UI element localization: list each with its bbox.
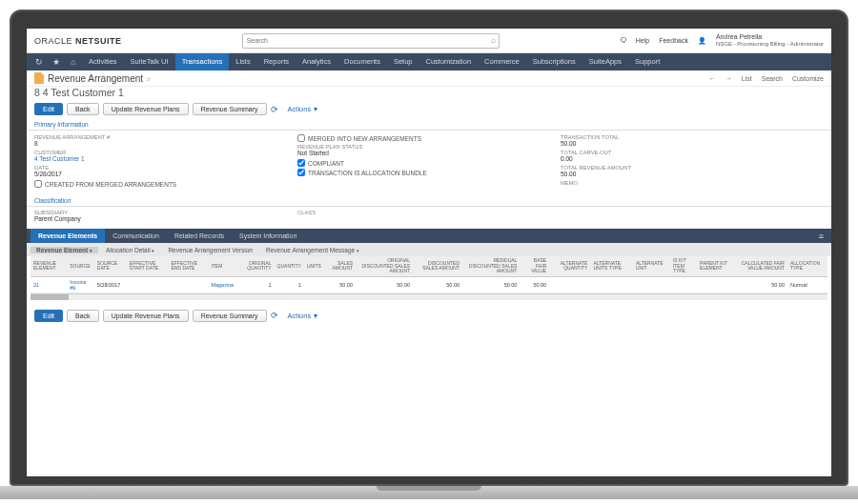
col-eff-end[interactable]: EFFECTIVE END DATE: [168, 256, 208, 276]
subtab-arrangement-version[interactable]: Revenue Arrangement Version: [162, 247, 258, 253]
col-calc-fv[interactable]: CALCULATED FAIR VALUE AMOUNT: [734, 256, 787, 276]
cell-base-fv: 50.00: [520, 276, 549, 292]
cell-calc-fv: 50.00: [734, 276, 787, 292]
edit-button[interactable]: Edit: [34, 103, 63, 115]
edit-button-bottom[interactable]: Edit: [34, 310, 63, 322]
col-parent-kit[interactable]: PARENT KIT ELEMENT: [697, 256, 734, 276]
col-sales[interactable]: SALES AMOUNT: [324, 256, 356, 276]
compliant-checkbox[interactable]: [297, 159, 305, 167]
refresh-icon-bottom[interactable]: ⟳: [271, 311, 278, 320]
subtab-revenue-element[interactable]: Revenue Element ▾: [31, 247, 98, 253]
list-link[interactable]: List: [742, 75, 752, 82]
global-search-input[interactable]: [242, 33, 500, 49]
favorites-icon[interactable]: ★: [48, 57, 65, 67]
col-base-fv[interactable]: BASE FAIR VALUE: [520, 256, 549, 276]
cell-alt-u: [633, 276, 670, 292]
nav-support[interactable]: Support: [628, 53, 666, 71]
col-alt-ut[interactable]: ALTERNATE UNITS TYPE: [590, 256, 633, 276]
scrollbar-thumb[interactable]: [31, 294, 69, 300]
update-plans-button-bottom[interactable]: Update Revenue Plans: [103, 310, 189, 322]
nav-analytics[interactable]: Analytics: [296, 53, 337, 71]
col-item[interactable]: ITEM: [208, 256, 236, 276]
tab-communication[interactable]: Communication: [105, 229, 167, 243]
merged-new-checkbox[interactable]: [297, 134, 305, 142]
user-menu[interactable]: Andrea Petrella NSGE - Provisioning Bill…: [716, 33, 824, 47]
nav-reports[interactable]: Reports: [257, 53, 296, 71]
col-alt-qty[interactable]: ALTERNATE QUANTITY: [549, 256, 590, 276]
cell-orig-qty: 1: [236, 276, 274, 292]
col-units[interactable]: UNITS: [304, 256, 324, 276]
col-source[interactable]: SOURCE: [67, 256, 94, 276]
customize-link[interactable]: Customize: [792, 75, 824, 82]
prev-record-icon[interactable]: ←: [709, 75, 716, 82]
main-nav: ↻ ★ ⌂ Activities SuiteTalk UI Transactio…: [27, 53, 831, 71]
col-orig-disc[interactable]: ORIGINAL DISCOUNTED SALES AMOUNT: [356, 256, 413, 276]
history-icon[interactable]: ↻: [31, 57, 48, 67]
search-icon[interactable]: ⌕: [491, 35, 496, 45]
next-record-icon[interactable]: →: [725, 75, 732, 82]
back-button[interactable]: Back: [67, 103, 99, 115]
alloc-bundle-checkbox[interactable]: [297, 169, 305, 176]
col-alt-u[interactable]: ALTERNATE UNIT: [633, 256, 670, 276]
table-row[interactable]: 21 Invoice #6 5/28/2017 Magazine 1 1 50.…: [31, 276, 827, 292]
col-disc[interactable]: DISCOUNTED SALES AMOUNT: [413, 256, 462, 276]
revenue-element-table: REVENUE ELEMENT SOURCE SOURCE DATE EFFEC…: [31, 256, 827, 293]
actions-menu[interactable]: Actions ▾: [282, 105, 318, 113]
subsidiary-value: Parent Company: [34, 215, 297, 222]
cell-sales: 50.00: [324, 276, 356, 292]
nav-transactions[interactable]: Transactions: [175, 53, 230, 71]
nav-suitetalk[interactable]: SuiteTalk UI: [124, 53, 175, 71]
refresh-icon[interactable]: ⟳: [271, 105, 278, 114]
cell-alloc: Normal: [787, 276, 827, 292]
col-source-date[interactable]: SOURCE DATE: [94, 256, 127, 276]
quick-search-icon[interactable]: ⌕: [147, 75, 151, 82]
col-kit[interactable]: IS KIT ITEM TYPE: [670, 256, 697, 276]
cell-source[interactable]: Invoice #6: [67, 276, 94, 292]
subtab-arrangement-message[interactable]: Revenue Arrangement Message ▾: [260, 247, 365, 253]
hamburger-icon[interactable]: ≡: [819, 232, 827, 241]
alloc-bundle-label: TRANSACTION IS ALLOCATION BUNDLE: [308, 170, 427, 176]
created-merged-label: CREATED FROM MERGED ARRANGEMENTS: [45, 181, 176, 188]
chevron-down-icon: ▾: [314, 105, 317, 113]
revenue-summary-button-bottom[interactable]: Revenue Summary: [193, 310, 267, 322]
col-orig-qty[interactable]: ORIGINAL QUANTITY: [236, 256, 274, 276]
nav-suiteapps[interactable]: SuiteApps: [582, 53, 628, 71]
nav-subscriptions[interactable]: Subscriptions: [526, 53, 582, 71]
record-type-icon: [34, 72, 44, 84]
col-qty[interactable]: QUANTITY: [275, 256, 304, 276]
horizontal-scrollbar[interactable]: [31, 294, 827, 300]
nav-activities[interactable]: Activities: [82, 53, 124, 71]
tab-system-info[interactable]: System Information: [232, 229, 304, 243]
plan-status-value: Not Started: [297, 150, 561, 156]
col-revenue-element[interactable]: REVENUE ELEMENT: [31, 256, 67, 276]
user-icon[interactable]: 👤: [698, 37, 706, 45]
tab-related-records[interactable]: Related Records: [167, 229, 232, 243]
col-alloc[interactable]: ALLOCATION TYPE: [787, 256, 827, 276]
nav-customization[interactable]: Customization: [419, 53, 479, 71]
cell-element[interactable]: 21: [31, 276, 67, 292]
feedback-link[interactable]: Feedback: [659, 37, 688, 44]
created-merged-checkbox[interactable]: [34, 180, 42, 188]
col-resid[interactable]: RESIDUAL DISCOUNTED SALES AMOUNT: [462, 256, 520, 276]
cell-eff-start: [127, 276, 169, 292]
nav-setup[interactable]: Setup: [387, 53, 419, 71]
memo-label: MEMO: [561, 180, 824, 186]
tab-revenue-elements[interactable]: Revenue Elements: [31, 229, 105, 243]
nav-commerce[interactable]: Commerce: [478, 53, 526, 71]
customer-link[interactable]: 4 Test Customer 1: [34, 155, 297, 162]
col-eff-start[interactable]: EFFECTIVE START DATE: [127, 256, 169, 276]
cell-eff-end: [168, 276, 208, 292]
nav-documents[interactable]: Documents: [337, 53, 387, 71]
home-icon[interactable]: ⌂: [65, 57, 82, 67]
revenue-summary-button[interactable]: Revenue Summary: [193, 103, 267, 115]
subtab-allocation-detail[interactable]: Allocation Detail ▾: [100, 247, 160, 253]
back-button-bottom[interactable]: Back: [67, 310, 99, 322]
update-plans-button[interactable]: Update Revenue Plans: [103, 103, 189, 115]
help-link[interactable]: Help: [636, 37, 649, 44]
cell-item[interactable]: Magazine: [208, 276, 236, 292]
search-link[interactable]: Search: [762, 75, 783, 82]
help-icon[interactable]: 🗨: [620, 37, 626, 44]
record-subtitle: 8 4 Test Customer 1: [27, 87, 831, 101]
actions-menu-bottom[interactable]: Actions ▾: [282, 312, 318, 320]
nav-lists[interactable]: Lists: [229, 53, 256, 71]
